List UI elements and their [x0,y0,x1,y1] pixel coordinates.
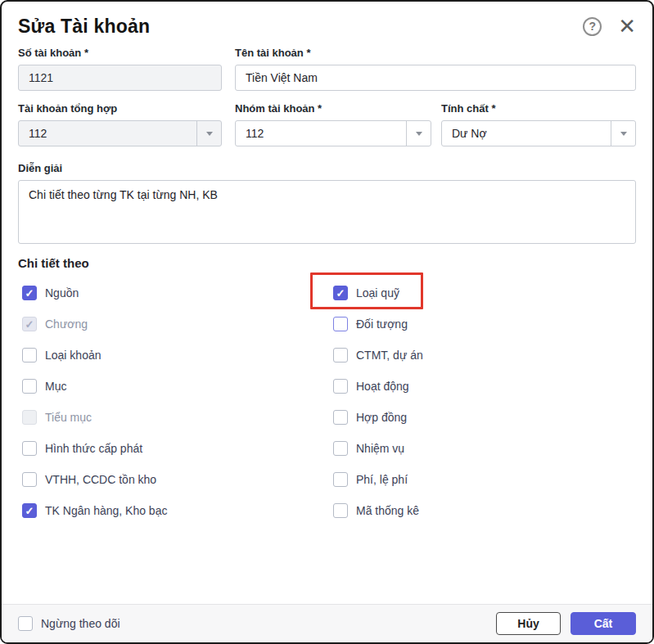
checkbox-label: VTHH, CCDC tồn kho [45,473,156,486]
checkbox-label: Mục [45,380,66,393]
checkbox-item-ctmt-du-an[interactable]: ✓CTMT, dự án [333,348,423,363]
account-group-dropdown-button[interactable] [406,121,431,146]
nature-select[interactable]: Dư Nợ [441,120,636,146]
close-icon[interactable]: ✕ [618,17,636,35]
dialog-header: Sửa Tài khoản ? ✕ [18,13,636,39]
account-group-label: Nhóm tài khoản * [235,102,431,115]
parent-account-select: 112 [18,120,222,146]
checkbox[interactable]: ✓ [333,472,348,487]
checkbox-item-vthh-ccdc[interactable]: ✓VTHH, CCDC tồn kho [22,472,156,487]
edit-account-dialog: Sửa Tài khoản ? ✕ Số tài khoản * Tên tài… [0,0,654,644]
checkbox-label: Nguồn [45,286,79,299]
detail-checkbox-grid: ✓Nguồn ✓Chương ✓Loại khoản ✓Mục ✓Tiểu mụ… [18,277,636,526]
checkbox-label: TK Ngân hàng, Kho bạc [45,504,167,517]
description-field[interactable]: Chi tiết theo từng TK tại từng NH, KB [18,180,636,244]
checkbox-label: Loại khoản [45,349,101,362]
checkbox[interactable]: ✓ [22,286,37,300]
save-button[interactable]: Cất [571,612,636,635]
account-group-value: 112 [236,121,406,146]
check-icon: ✓ [336,288,345,299]
checkbox-item-hoat-dong[interactable]: ✓Hoạt động [333,379,409,394]
checkbox-column-right: ✓Loại quỹ ✓Đối tượng ✓CTMT, dự án ✓Hoạt … [333,277,636,526]
checkbox[interactable]: ✓ [22,503,37,518]
checkbox[interactable]: ✓ [22,379,37,394]
checkbox[interactable]: ✓ [333,410,348,425]
checkbox-item-nguon[interactable]: ✓Nguồn [22,286,79,300]
check-icon: ✓ [25,319,34,330]
account-name-field[interactable] [235,65,636,91]
checkbox-item-muc[interactable]: ✓Mục [22,379,66,394]
close-glyph: ✕ [618,14,636,38]
parent-account-label: Tài khoản tổng hợp [18,102,222,115]
checkbox: ✓ [22,410,37,425]
checkbox[interactable]: ✓ [22,348,37,363]
checkbox-item-phi-le-phi[interactable]: ✓Phí, lệ phí [333,472,408,487]
checkbox-item-loai-khoan[interactable]: ✓Loại khoản [22,348,101,363]
checkbox-label: Mã thống kê [356,504,419,517]
checkbox-label: Phí, lệ phí [356,473,408,486]
parent-account-dropdown-button [196,121,221,146]
account-number-label: Số tài khoản * [18,47,222,59]
nature-label: Tính chất * [441,102,636,115]
checkbox-label: Nhiệm vụ [356,442,404,455]
checkbox[interactable]: ✓ [333,317,348,331]
stop-tracking-checkbox-item[interactable]: ✓ Ngừng theo dõi [18,616,120,631]
checkbox-label: Ngừng theo dõi [41,617,120,630]
nature-value: Dư Nợ [442,121,611,146]
checkbox: ✓ [22,317,37,331]
checkbox-item-loai-quy[interactable]: ✓Loại quỹ [333,286,399,300]
checkbox[interactable]: ✓ [18,616,33,631]
nature-dropdown-button[interactable] [611,121,635,146]
check-icon: ✓ [25,288,34,299]
checkbox-item-ma-thong-ke[interactable]: ✓Mã thống kê [333,503,419,518]
checkbox-label: Loại quỹ [356,286,399,299]
account-group-select[interactable]: 112 [235,120,431,146]
form-row-3: Diễn giải Chi tiết theo từng TK tại từng… [18,162,636,244]
checkbox-item-tk-ngan-hang[interactable]: ✓TK Ngân hàng, Kho bạc [22,503,167,518]
checkbox-label: Hợp đồng [356,411,407,424]
checkbox-label: Chương [45,317,88,331]
chevron-down-icon [620,132,627,136]
checkbox[interactable]: ✓ [333,286,348,300]
form-row-1: Số tài khoản * Tên tài khoản * [18,47,636,91]
description-label: Diễn giải [18,162,636,174]
help-icon[interactable]: ? [583,17,602,36]
chevron-down-icon [206,132,213,136]
checkbox-item-nhiem-vu[interactable]: ✓Nhiệm vụ [333,441,404,456]
checkbox[interactable]: ✓ [333,503,348,518]
account-number-field [18,65,222,91]
checkbox-item-tieu-muc: ✓Tiểu mục [22,410,92,425]
chevron-down-icon [416,132,422,136]
checkbox[interactable]: ✓ [22,472,37,487]
help-glyph: ? [589,20,596,33]
checkbox[interactable]: ✓ [333,379,348,394]
parent-account-value: 112 [19,121,196,146]
check-icon: ✓ [25,506,34,516]
checkbox-label: CTMT, dự án [356,349,423,362]
checkbox-label: Tiểu mục [45,411,92,424]
account-name-label: Tên tài khoản * [235,47,636,59]
checkbox-item-hinh-thuc-cap-phat[interactable]: ✓Hình thức cấp phát [22,441,142,456]
checkbox-item-chuong: ✓Chương [22,317,88,331]
checkbox[interactable]: ✓ [333,441,348,456]
checkbox-column-left: ✓Nguồn ✓Chương ✓Loại khoản ✓Mục ✓Tiểu mụ… [18,277,333,526]
checkbox[interactable]: ✓ [333,348,348,363]
cancel-button[interactable]: Hủy [496,612,561,635]
form-row-2: Tài khoản tổng hợp 112 Nhóm tài khoản * … [18,102,636,146]
checkbox[interactable]: ✓ [22,441,37,456]
checkbox-item-doi-tuong[interactable]: ✓Đối tượng [333,317,408,331]
checkbox-label: Đối tượng [356,317,408,331]
checkbox-item-hop-dong[interactable]: ✓Hợp đồng [333,410,407,425]
section-heading: Chi tiết theo [18,256,636,270]
dialog-footer: ✓ Ngừng theo dõi Hủy Cất [2,604,652,642]
checkbox-label: Hoạt động [356,380,409,393]
page-title: Sửa Tài khoản [18,16,583,38]
checkbox-label: Hình thức cấp phát [45,442,142,455]
